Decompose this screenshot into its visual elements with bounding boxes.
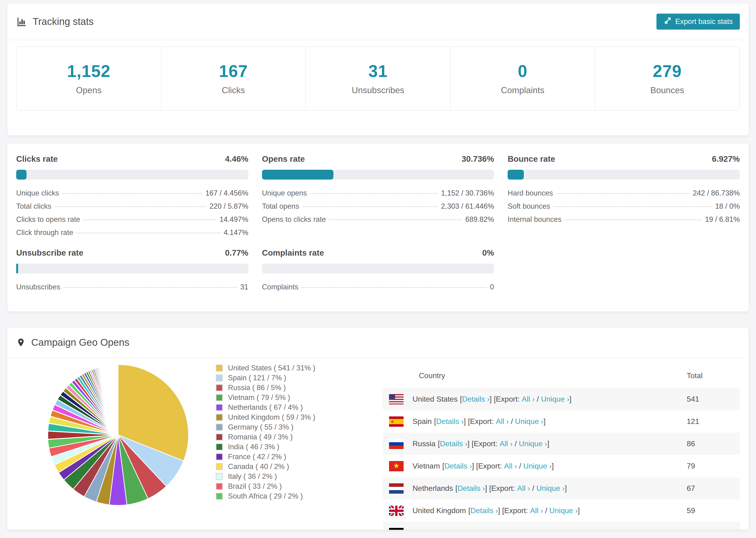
export-unique-link[interactable]: Unique › — [519, 439, 547, 448]
country-name: Spain — [412, 417, 432, 426]
legend-swatch — [216, 374, 223, 381]
legend-swatch — [216, 483, 223, 490]
export-unique-link[interactable]: Unique › — [549, 506, 578, 515]
stat-label: Bounces — [650, 85, 684, 95]
progress-bar — [16, 264, 248, 273]
rate-row-click-through-rate: Click through rate4.147% — [16, 226, 248, 239]
legend-item-italy: Italy ( 36 / 2% ) — [216, 471, 338, 481]
legend-label: Brazil ( 33 / 2% ) — [228, 482, 282, 491]
rate-value: 6.927% — [712, 154, 740, 164]
slash: / — [535, 395, 541, 404]
geo-table-row-germany: Germany[Details ›] [Export: All › / Uniq… — [383, 522, 740, 530]
export-all-link[interactable]: All › — [504, 462, 517, 470]
rate-rows: Complaints0 — [262, 281, 494, 294]
legend-item-united-kingdom: United Kingdom ( 59 / 3% ) — [216, 412, 338, 422]
export-unique-link[interactable]: Unique › — [527, 529, 555, 530]
legend-swatch — [216, 394, 223, 401]
geo-table-cell-country: United Kingdom[Details ›] [Export: All ›… — [412, 506, 687, 515]
rate-head: Opens rate30.736% — [262, 154, 494, 164]
legend-label: Canada ( 40 / 2% ) — [228, 462, 289, 471]
rate-head: Bounce rate6.927% — [508, 154, 740, 164]
legend-label: South Africa ( 29 / 2% ) — [228, 492, 303, 501]
rate-title: Complaints rate — [262, 248, 324, 257]
rates-grid: Clicks rate4.46%Unique clicks167 / 4.456… — [7, 143, 749, 294]
ru-flag-icon — [389, 439, 404, 449]
dotted-leader — [64, 287, 237, 288]
legend-item-brazil: Brazil ( 33 / 2% ) — [216, 481, 338, 491]
bracket: ] — [544, 417, 546, 426]
legend-swatch — [216, 443, 223, 451]
dotted-leader — [310, 193, 438, 194]
details-link[interactable]: Details › — [448, 529, 475, 530]
legend-swatch — [216, 453, 223, 460]
export-basic-stats-button[interactable]: Export basic stats — [657, 14, 740, 29]
rate-row-internal-bounces: Internal bounces19 / 6.81% — [508, 213, 740, 226]
details-link[interactable]: Details › — [458, 484, 485, 493]
rate-row-label: Opens to clicks rate — [262, 215, 326, 224]
stat-label: Unsubscribes — [352, 85, 404, 95]
export-all-link[interactable]: All › — [508, 529, 520, 530]
export-all-link[interactable]: All › — [500, 439, 513, 448]
rate-block-opens-rate: Opens rate30.736%Unique opens1,152 / 30.… — [262, 154, 494, 239]
geo-table-row-vietnam: Vietnam[Details ›] [Export: All › / Uniq… — [383, 455, 740, 477]
rate-row-value: 18 / 0% — [715, 202, 740, 211]
legend-item-canada: Canada ( 40 / 2% ) — [216, 462, 338, 471]
pie-svg — [46, 363, 190, 507]
rate-value: 0% — [482, 248, 494, 257]
bracket: ] [Export: — [490, 395, 522, 404]
bracket: ] — [555, 529, 557, 530]
export-unique-link[interactable]: Unique › — [536, 484, 565, 493]
legend-item-vietnam: Vietnam ( 79 / 5% ) — [216, 393, 338, 403]
export-unique-link[interactable]: Unique › — [541, 395, 569, 404]
rate-row-value: 2,303 / 61.446% — [441, 202, 494, 211]
details-link[interactable]: Details › — [470, 506, 498, 515]
slash: / — [509, 417, 515, 426]
stats-summary-box: 1,152Opens167Clicks31Unsubscribes0Compla… — [16, 46, 740, 111]
bracket: ] [Export: — [498, 506, 530, 515]
bracket: [ — [460, 395, 462, 404]
slash: / — [513, 439, 519, 448]
bracket: ] — [565, 484, 567, 493]
rate-row-soft-bounces: Soft bounces18 / 0% — [508, 200, 740, 213]
rate-row-label: Complaints — [262, 283, 298, 291]
details-link[interactable]: Details › — [445, 462, 472, 470]
slash: / — [530, 484, 536, 493]
export-all-link[interactable]: All › — [517, 484, 530, 493]
tracking-stats-header: Tracking stats Export basic stats — [7, 4, 749, 40]
details-link[interactable]: Details › — [440, 439, 467, 448]
rate-block-complaints-rate: Complaints rate0%Complaints0 — [262, 248, 494, 294]
stat-unsubscribes: 31Unsubscribes — [305, 47, 450, 110]
export-unique-link[interactable]: Unique › — [515, 417, 544, 426]
progress-bar-fill — [16, 264, 18, 273]
geo-body: United States ( 541 / 31% )Spain ( 121 /… — [7, 358, 749, 530]
vn-flag-icon — [389, 461, 404, 471]
dotted-leader — [55, 206, 206, 207]
rate-row-unsubscribes: Unsubscribes31 — [16, 281, 248, 294]
rate-row-label: Hard bounces — [508, 189, 553, 197]
legend-swatch — [216, 493, 223, 500]
progress-bar — [508, 170, 740, 180]
geo-table-cell-total: 59 — [687, 506, 734, 515]
export-all-link[interactable]: All › — [496, 417, 509, 426]
export-all-link[interactable]: All › — [522, 395, 535, 404]
geo-opens-header: Campaign Geo Opens — [7, 327, 749, 358]
rate-head: Clicks rate4.46% — [16, 154, 248, 164]
details-link[interactable]: Details › — [462, 395, 490, 404]
rate-value: 30.736% — [461, 154, 494, 164]
details-link[interactable]: Details › — [436, 417, 464, 426]
legend-swatch — [216, 404, 223, 411]
rate-title: Unsubscribe rate — [16, 248, 83, 257]
legend-label: Germany ( 55 / 3% ) — [228, 423, 294, 431]
bracket: [ — [456, 484, 458, 493]
bracket: ] [Export: — [464, 417, 496, 426]
export-unique-link[interactable]: Unique › — [523, 462, 552, 470]
map-pin-icon — [16, 338, 26, 347]
legend-label: United Kingdom ( 59 / 3% ) — [228, 413, 315, 422]
rate-row-value: 14.497% — [220, 215, 248, 224]
geo-table-cell-total: 67 — [687, 484, 734, 493]
progress-bar — [262, 264, 494, 273]
geo-pie-chart — [46, 363, 190, 530]
tracking-stats-card: Tracking stats Export basic stats 1,152O… — [7, 3, 749, 136]
export-all-link[interactable]: All › — [530, 506, 543, 515]
bracket: ] — [569, 395, 571, 404]
